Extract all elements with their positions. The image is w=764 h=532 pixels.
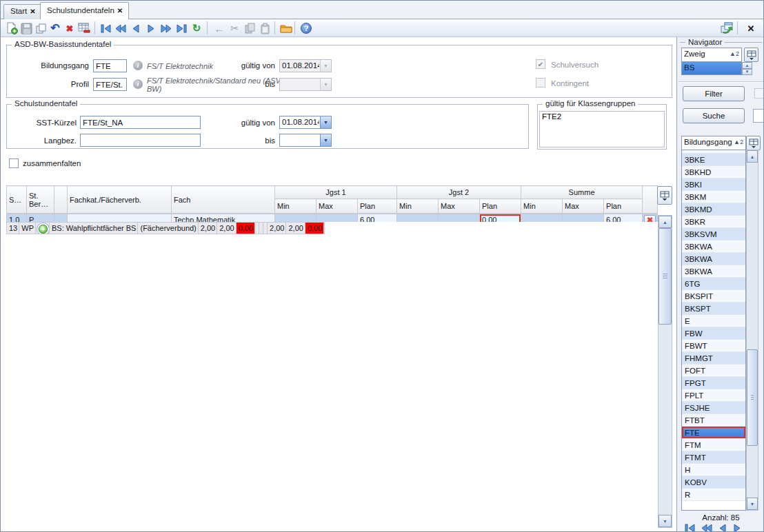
bildungsgang-item[interactable]: 3BKI [682,178,745,191]
header-min[interactable]: Min [521,199,563,214]
copy-record-button[interactable] [33,21,48,36]
new-record-button[interactable] [4,21,19,36]
bildungsgang-item[interactable]: 3BKHD [682,166,745,178]
paste-button[interactable] [257,21,272,36]
bildungsgang-item[interactable]: FTE [682,427,745,439]
save-button[interactable] [19,21,34,36]
header-jgst2[interactable]: Jgst 2 [397,186,521,199]
bildungsgang-item[interactable]: BKSPIT [682,290,745,303]
header-bereich[interactable]: St. Bereich [27,186,54,214]
header-fachkat[interactable]: Fachkat./Fächerverb. [68,186,172,214]
zweig-header[interactable]: Zweig ▲2 [681,48,742,62]
scroll-up-button[interactable]: ▲ [747,150,758,163]
zweig-spinner[interactable]: ▲ ▼ [742,62,752,75]
bildungsgang-header[interactable]: Bildungsgang ▲2 [681,136,746,150]
bildungsgang-item[interactable]: 3BKWA [682,253,745,265]
langbez-field[interactable] [80,134,201,147]
bildungsgang-item[interactable]: FOFT [682,365,745,377]
tab-schulstundentafeln[interactable]: Schulstundentafeln✕ [40,2,129,19]
combo-arrow-icon[interactable]: ▼ [320,134,331,146]
filter-button[interactable]: Filter [683,86,745,101]
tab-close-icon[interactable]: ✕ [117,7,123,14]
sst-gueltig-von-combo[interactable]: 01.08.2014 ▼ [279,116,332,129]
bildungsgang-item[interactable]: 3BKMD [682,203,745,216]
sst-bis-combo[interactable]: ▼ [279,134,332,147]
profil-field[interactable] [93,78,127,91]
column-chooser-button[interactable] [657,186,672,205]
nav-back-button[interactable] [128,21,143,36]
bildungsgang-item[interactable]: E [682,315,745,327]
bildungsgang-item[interactable]: 3BKSVM [682,228,745,241]
bildungsgang-item[interactable]: H [682,464,745,476]
bildungsgang-item[interactable]: 3BKR [682,216,745,228]
cut-button[interactable]: ✂ [227,21,242,36]
scroll-thumb[interactable] [659,228,672,325]
undo-button[interactable]: ↶ [48,21,63,36]
zweig-selected-item[interactable]: BS [681,62,742,75]
header-plan[interactable]: Plan [358,199,397,214]
detach-view-button[interactable] [719,21,734,36]
nav-last-button[interactable] [174,21,189,36]
header-max[interactable]: Max [563,199,604,214]
tab-start[interactable]: Start✕ [3,4,42,19]
nav-forward-button[interactable] [143,21,159,36]
spin-up-icon[interactable]: ▲ [742,62,752,69]
bildungsgang-item[interactable]: 3BKWA [682,241,745,253]
zweig-column-chooser-button[interactable] [744,48,758,62]
bildungsgang-item[interactable]: FTBT [682,414,745,427]
bildungsgang-item[interactable]: FSJHE [682,402,745,414]
header-fach[interactable]: Fach [172,186,275,214]
klassengruppen-list[interactable]: FTE2 [539,111,665,147]
bildungsgang-item[interactable]: 6TG [682,278,745,290]
klassengruppe-item[interactable]: FTE2 [542,112,662,121]
header-summe[interactable]: Summe [521,186,643,199]
remove-table-button[interactable] [77,21,92,36]
bildungsgang-column-chooser-button[interactable] [746,136,761,150]
spin-down-icon[interactable]: ▼ [742,69,752,76]
help-button[interactable]: ? [299,21,314,36]
header-min[interactable]: Min [397,199,439,214]
bildungsgang-item[interactable]: BKSPT [682,303,745,315]
bildungsgang-item[interactable]: 3BKWA [682,265,745,278]
delete-record-button[interactable]: ✖ [62,21,77,36]
nav-fast-back-button[interactable] [113,21,128,36]
header-jgst1[interactable]: Jgst 1 [275,186,397,199]
nav-fast-forward-button[interactable] [159,21,174,36]
suche-input-partial[interactable] [753,109,764,123]
header-min[interactable]: Min [275,199,316,214]
nav-first-button[interactable] [684,524,696,532]
copy-button[interactable] [242,21,257,36]
refresh-button[interactable]: ↻ [189,21,204,36]
bildungsgang-item[interactable]: R [682,489,745,501]
bildungsgang-field[interactable] [93,59,127,72]
bildungsgang-item[interactable]: FPLT [682,389,745,402]
nav-forward-button[interactable] [732,524,742,532]
header-plan[interactable]: Plan [604,199,643,214]
combo-arrow-icon[interactable]: ▼ [320,116,331,128]
close-view-button[interactable]: ✕ [743,21,758,36]
bildungsgang-item[interactable]: FTM [682,439,745,451]
bildungsgang-item[interactable]: FBWT [682,340,745,352]
bildungsgang-item[interactable]: FTMT [682,451,745,464]
scroll-down-button[interactable]: ▼ [659,515,672,527]
header-sort[interactable]: Sort. [7,186,27,214]
bildungsgang-item[interactable]: 3BKM [682,191,745,203]
header-max[interactable]: Max [316,199,358,214]
bildungsgang-list[interactable]: 3BKD3BKE3BKHD3BKI3BKM3BKMD3BKR3BKSVM3BKW… [681,150,746,511]
nav-first-button[interactable] [98,21,113,36]
header-plan[interactable]: Plan [480,199,521,214]
cell-add[interactable]: + [35,223,49,234]
bildungsgang-scrollbar[interactable]: ▲ ▼ [746,150,758,511]
bildungsgang-item[interactable]: KOBV [682,476,745,489]
bildungsgang-item[interactable]: 3BKE [682,154,745,166]
scroll-up-button[interactable]: ▲ [659,216,672,228]
add-row-icon[interactable]: + [39,225,48,234]
header-max[interactable]: Max [439,199,480,214]
go-back-button[interactable]: ← [212,21,227,36]
zusammenfalten-checkbox[interactable] [9,158,19,168]
scroll-down-button[interactable]: ▼ [747,498,758,510]
scroll-thumb[interactable] [747,349,758,446]
sst-kuerzel-field[interactable] [80,116,201,129]
bildungsgang-item[interactable]: FPGT [682,377,745,389]
open-folder-button[interactable] [279,21,294,36]
